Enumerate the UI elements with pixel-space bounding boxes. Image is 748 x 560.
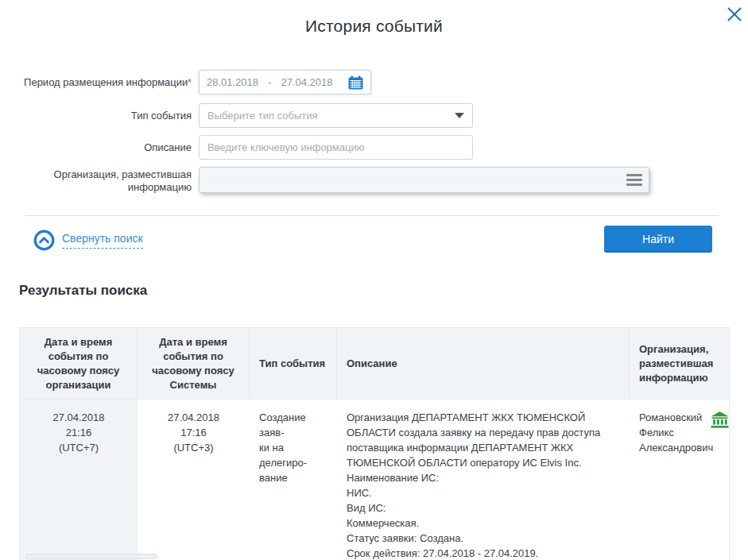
event-type-placeholder: Выберите тип события — [207, 110, 317, 122]
period-date-range-input[interactable]: 28.01.2018 - 27.04.2018 — [199, 70, 371, 95]
chevron-up-circle-icon[interactable] — [33, 230, 55, 251]
header-description: Описание — [337, 328, 630, 400]
organization-label-line1: Организация, разместившая — [54, 168, 192, 180]
event-type-select[interactable]: Выберите тип события — [199, 103, 473, 128]
organization-label: Организация, разместившая информацию — [0, 167, 199, 194]
description-input[interactable] — [199, 135, 473, 160]
cell-event-type: Создание заяв- ки на делегиро- вание — [250, 400, 337, 560]
form-row-description: Описание — [0, 135, 473, 160]
cell-organization: Романовский Феликс Александрович — [630, 400, 738, 560]
form-row-event-type: Тип события Выберите тип события — [0, 103, 473, 128]
form-row-organization: Организация, разместившая информацию — [0, 167, 649, 194]
date-to-value: 27.04.2018 — [281, 76, 332, 88]
results-heading: Результаты поиска — [19, 283, 147, 299]
cell-description: Организация ДЕПАРТАМЕНТ ЖКХ ТЮМЕНСКОЙ ОБ… — [337, 400, 630, 560]
organization-input[interactable] — [199, 167, 649, 193]
collapse-search-label: Свернуть поиск — [62, 232, 143, 249]
calendar-icon[interactable] — [348, 75, 363, 90]
form-row-period: Период размещения информации* 28.01.2018… — [0, 70, 371, 95]
bank-building-icon — [711, 411, 729, 432]
hamburger-icon[interactable] — [626, 174, 642, 188]
find-button[interactable]: Найти — [604, 226, 712, 253]
cell-org-time: 27.04.2018 21:16 (UTC+7) — [20, 400, 138, 560]
period-label-text: Период размещения информации — [24, 76, 188, 88]
horizontal-scrollbar[interactable] — [25, 554, 157, 559]
required-asterisk: * — [188, 77, 192, 88]
cell-system-time: 27.04.2018 17:16 (UTC+3) — [138, 400, 250, 560]
collapse-search-link[interactable]: Свернуть поиск — [33, 230, 143, 251]
event-type-label: Тип события — [0, 103, 199, 128]
page-title: История событий — [0, 17, 748, 36]
organization-person-name: Романовский Феликс Александрович — [639, 410, 704, 455]
organization-label-line2: информацию — [128, 181, 192, 193]
close-icon[interactable] — [723, 3, 746, 25]
period-label: Период размещения информации* — [0, 70, 199, 95]
results-table: Дата и время события по часовому поясу о… — [19, 327, 730, 560]
event-history-modal: История событий Период размещения информ… — [0, 0, 748, 560]
header-system-time: Дата и время события по часовому поясу С… — [138, 328, 250, 400]
header-event-type: Тип события — [250, 328, 337, 400]
header-org-time: Дата и время события по часовому поясу о… — [20, 328, 138, 400]
description-label: Описание — [0, 135, 199, 160]
header-organization: Организация, разместившая информацию — [630, 328, 731, 400]
table-header-row: Дата и время события по часовому поясу о… — [20, 328, 729, 400]
form-divider — [25, 215, 719, 216]
chevron-down-icon — [455, 113, 464, 118]
date-from-value: 28.01.2018 — [207, 76, 258, 88]
date-range-separator: - — [268, 76, 271, 88]
table-row: 27.04.2018 21:16 (UTC+7) 27.04.2018 17:1… — [20, 400, 729, 560]
